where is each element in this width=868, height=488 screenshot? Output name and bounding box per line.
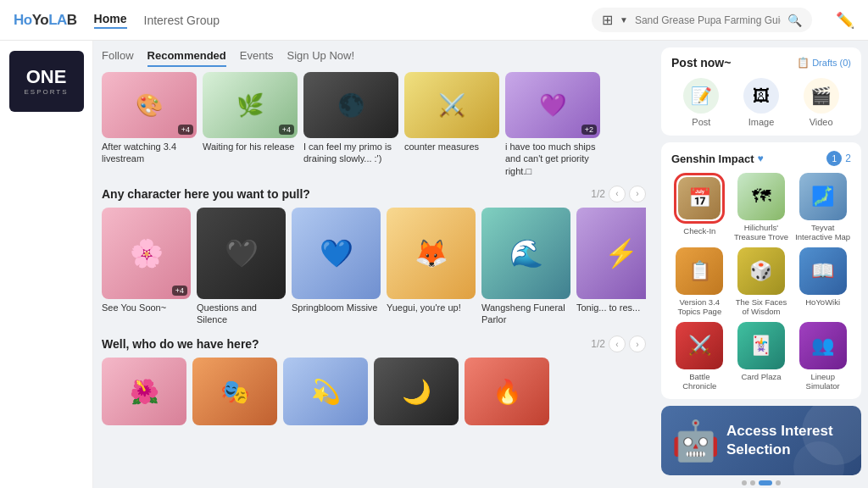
well-section-title: Well, who do we have here? (102, 337, 259, 351)
genshin-item-label-wisdom: The Six Faces of Wisdom (733, 297, 790, 317)
genshin-title: Genshin Impact ♥ (671, 152, 764, 165)
dropdown-icon[interactable]: ▼ (620, 15, 628, 25)
edit-icon[interactable]: ✏️ (836, 11, 854, 30)
esports-label: ESPORTS (16, 88, 77, 96)
well-pagination: 1/2 ‹ › (591, 336, 646, 352)
tab-follow[interactable]: Follow (102, 49, 134, 67)
genshin-item-label-lineup: Lineup Simulator (794, 372, 851, 391)
logo[interactable]: HoYoLAB (14, 12, 77, 29)
search-input[interactable] (635, 14, 781, 26)
right-sidebar: Post now~ 📋 Drafts (0) 📝 Post 🖼 Image 🎬 (654, 41, 868, 488)
grid-icon[interactable]: ⊞ (602, 12, 613, 28)
post-now-header: Post now~ 📋 Drafts (0) (671, 56, 851, 69)
well-section: Well, who do we have here? 1/2 ‹ › 🌺 🎭 💫… (102, 336, 646, 425)
pull-card-1[interactable]: 🖤 Questions and Silence (197, 208, 286, 326)
well-card-3[interactable]: 🌙 (374, 358, 459, 425)
pull-card-title-0: See You Soon~ (102, 302, 191, 313)
genshin-item-lineup[interactable]: 👥 Lineup Simulator (794, 322, 851, 391)
well-card-2[interactable]: 💫 (283, 358, 368, 425)
main-content: Follow Recommended Events Sign Up Now! 🎨… (93, 41, 654, 488)
well-next-arrow[interactable]: › (629, 336, 646, 352)
post-now-title: Post now~ (671, 56, 731, 69)
well-prev-arrow[interactable]: ‹ (609, 336, 626, 352)
genshin-page-2[interactable]: 2 (845, 152, 851, 164)
access-text: Access Interest Selection (726, 422, 851, 459)
post-card-0[interactable]: 🎨 +4 After watching 3.4 livestream (102, 72, 197, 177)
genshin-item-label-map: Teyvat Interactive Map (794, 223, 851, 242)
header: HoYoLAB Home Interest Group ⊞ ▼ 🔍 ✏️ (0, 0, 868, 41)
genshin-item-label-card: Card Plaza (741, 372, 781, 381)
post-action-post[interactable]: 📝 Post (683, 78, 719, 127)
access-banner[interactable]: 🤖 Access Interest Selection (661, 406, 861, 475)
card-title-0: After watching 3.4 livestream (102, 141, 197, 165)
access-mascot: 🤖 (671, 418, 720, 463)
pull-section-title: Any character here you want to pull? (102, 187, 310, 201)
pull-section-header: Any character here you want to pull? 1/2… (102, 186, 646, 202)
banner-dots (661, 480, 861, 485)
post-card-4[interactable]: 💜 +2 i have too much ships and can't get… (505, 72, 600, 177)
well-card-4[interactable]: 🔥 (465, 358, 549, 425)
card-img-1: 🌿 +4 (203, 72, 298, 138)
pull-card-0[interactable]: 🌸 +4 See You Soon~ (102, 208, 191, 326)
top-posts-row: 🎨 +4 After watching 3.4 livestream 🌿 +4 … (102, 72, 646, 177)
nav-home[interactable]: Home (94, 12, 127, 29)
genshin-item-wiki[interactable]: 📖 HoYoWiki (794, 247, 851, 317)
pull-prev-arrow[interactable]: ‹ (609, 186, 626, 202)
post-action-image[interactable]: 🖼 Image (743, 78, 779, 127)
card-title-4: i have too much ships and can't get prio… (505, 141, 600, 177)
genshin-grid: 📅 Check-In 🗺 Hilichurls' Treasure Trove … (671, 173, 851, 391)
genshin-card: Genshin Impact ♥ 1 2 📅 Check-In 🗺 (661, 142, 861, 399)
pull-card-3[interactable]: 🦊 Yuegui, you're up! (387, 208, 476, 326)
post-card-1[interactable]: 🌿 +4 Waiting for his release (203, 72, 298, 177)
pull-card-title-5: Tonig... to res... (576, 302, 646, 313)
well-section-header: Well, who do we have here? 1/2 ‹ › (102, 336, 646, 352)
main-layout: ONE ESPORTS Follow Recommended Events Si… (0, 41, 868, 488)
genshin-header: Genshin Impact ♥ 1 2 (671, 151, 851, 166)
pull-pagination: 1/2 ‹ › (591, 186, 646, 202)
post-action-video[interactable]: 🎬 Video (804, 78, 839, 127)
tabs-bar: Follow Recommended Events Sign Up Now! (102, 41, 646, 72)
one-logo: ONE (16, 68, 77, 86)
genshin-page-1[interactable]: 1 (826, 151, 842, 166)
pull-next-arrow[interactable]: › (629, 186, 646, 202)
genshin-item-label-checkin: Check-In (683, 226, 715, 236)
genshin-item-battle[interactable]: ⚔️ Battle Chronicle (671, 322, 728, 391)
genshin-item-map[interactable]: 🗾 Teyvat Interactive Map (794, 173, 851, 242)
tab-events[interactable]: Events (240, 49, 274, 67)
genshin-item-checkin[interactable]: 📅 Check-In (671, 173, 728, 242)
genshin-item-card[interactable]: 🃏 Card Plaza (733, 322, 790, 391)
pull-card-title-4: Wangsheng Funeral Parlor (481, 302, 570, 326)
card-title-1: Waiting for his release (203, 141, 298, 152)
pull-card-title-2: Springbloom Missive (292, 302, 381, 313)
post-now-card: Post now~ 📋 Drafts (0) 📝 Post 🖼 Image 🎬 (661, 47, 861, 136)
card-img-4: 💜 +2 (505, 72, 600, 138)
genshin-item-wisdom[interactable]: 🎲 The Six Faces of Wisdom (733, 247, 790, 317)
tab-signup[interactable]: Sign Up Now! (287, 49, 354, 67)
pull-card-4[interactable]: 🌊 Wangsheng Funeral Parlor (481, 208, 570, 326)
search-bar: ⊞ ▼ 🔍 (592, 8, 812, 32)
genshin-item-label-wiki: HoYoWiki (805, 297, 840, 307)
genshin-pages: 1 2 (826, 151, 851, 166)
pull-card-2[interactable]: 💙 Springbloom Missive (292, 208, 381, 326)
drafts-link[interactable]: 📋 Drafts (0) (797, 57, 851, 69)
pull-card-5[interactable]: ⚡ Tonig... to res... (576, 208, 646, 326)
post-card-3[interactable]: ⚔️ counter measures (404, 72, 499, 177)
post-card-2[interactable]: 🌑 I can feel my primo is draining slowly… (303, 72, 398, 177)
left-sidebar: ONE ESPORTS (0, 41, 93, 488)
well-card-1[interactable]: 🎭 (192, 358, 277, 425)
main-nav: Home Interest Group (94, 12, 220, 29)
genshin-item-treasure[interactable]: 🗺 Hilichurls' Treasure Trove (733, 173, 790, 242)
one-esports-ad[interactable]: ONE ESPORTS (9, 51, 84, 112)
card-title-2: I can feel my primo is draining slowly..… (303, 141, 398, 165)
pull-section: Any character here you want to pull? 1/2… (102, 186, 646, 326)
well-card-0[interactable]: 🌺 (102, 358, 186, 425)
pull-card-title-1: Questions and Silence (197, 302, 286, 326)
card-img-3: ⚔️ (404, 72, 499, 138)
card-title-3: counter measures (404, 141, 499, 152)
tab-recommended[interactable]: Recommended (147, 49, 226, 67)
genshin-item-label-version: Version 3.4 Topics Page (671, 297, 728, 317)
genshin-item-version[interactable]: 📋 Version 3.4 Topics Page (671, 247, 728, 317)
nav-interest-group[interactable]: Interest Group (144, 14, 220, 27)
search-icon[interactable]: 🔍 (787, 14, 802, 27)
post-actions: 📝 Post 🖼 Image 🎬 Video (671, 78, 851, 127)
